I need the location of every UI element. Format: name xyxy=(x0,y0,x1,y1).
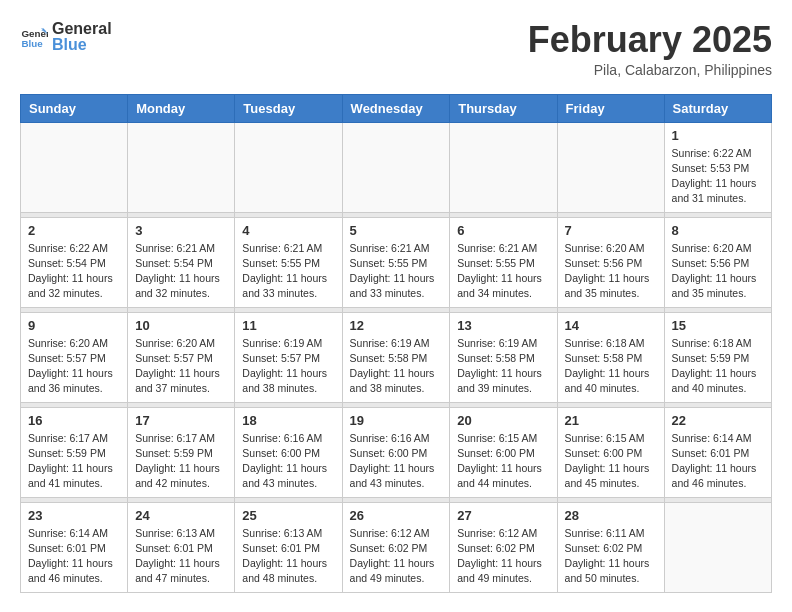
weekday-header-thursday: Thursday xyxy=(450,94,557,122)
day-info: Sunrise: 6:15 AM Sunset: 6:00 PM Dayligh… xyxy=(565,431,657,492)
day-number: 2 xyxy=(28,223,120,238)
calendar-cell: 15Sunrise: 6:18 AM Sunset: 5:59 PM Dayli… xyxy=(664,312,771,402)
calendar-cell: 21Sunrise: 6:15 AM Sunset: 6:00 PM Dayli… xyxy=(557,407,664,497)
calendar-cell: 7Sunrise: 6:20 AM Sunset: 5:56 PM Daylig… xyxy=(557,217,664,307)
day-number: 14 xyxy=(565,318,657,333)
day-number: 13 xyxy=(457,318,549,333)
day-number: 28 xyxy=(565,508,657,523)
calendar-cell: 28Sunrise: 6:11 AM Sunset: 6:02 PM Dayli… xyxy=(557,502,664,592)
calendar-cell: 4Sunrise: 6:21 AM Sunset: 5:55 PM Daylig… xyxy=(235,217,342,307)
day-info: Sunrise: 6:19 AM Sunset: 5:57 PM Dayligh… xyxy=(242,336,334,397)
day-number: 23 xyxy=(28,508,120,523)
calendar-cell: 3Sunrise: 6:21 AM Sunset: 5:54 PM Daylig… xyxy=(128,217,235,307)
day-number: 18 xyxy=(242,413,334,428)
day-number: 6 xyxy=(457,223,549,238)
day-info: Sunrise: 6:19 AM Sunset: 5:58 PM Dayligh… xyxy=(457,336,549,397)
calendar-week-row: 2Sunrise: 6:22 AM Sunset: 5:54 PM Daylig… xyxy=(21,217,772,307)
day-info: Sunrise: 6:17 AM Sunset: 5:59 PM Dayligh… xyxy=(135,431,227,492)
calendar-cell xyxy=(664,502,771,592)
day-number: 7 xyxy=(565,223,657,238)
logo-blue: Blue xyxy=(52,36,112,54)
day-number: 3 xyxy=(135,223,227,238)
page-header: General Blue General Blue February 2025 … xyxy=(20,20,772,78)
day-info: Sunrise: 6:14 AM Sunset: 6:01 PM Dayligh… xyxy=(672,431,764,492)
weekday-header-wednesday: Wednesday xyxy=(342,94,450,122)
calendar-cell: 22Sunrise: 6:14 AM Sunset: 6:01 PM Dayli… xyxy=(664,407,771,497)
calendar-cell: 8Sunrise: 6:20 AM Sunset: 5:56 PM Daylig… xyxy=(664,217,771,307)
day-number: 10 xyxy=(135,318,227,333)
day-info: Sunrise: 6:21 AM Sunset: 5:55 PM Dayligh… xyxy=(242,241,334,302)
weekday-header-tuesday: Tuesday xyxy=(235,94,342,122)
day-number: 5 xyxy=(350,223,443,238)
day-info: Sunrise: 6:21 AM Sunset: 5:55 PM Dayligh… xyxy=(350,241,443,302)
logo-icon: General Blue xyxy=(20,23,48,51)
calendar-week-row: 9Sunrise: 6:20 AM Sunset: 5:57 PM Daylig… xyxy=(21,312,772,402)
day-number: 4 xyxy=(242,223,334,238)
calendar-cell: 25Sunrise: 6:13 AM Sunset: 6:01 PM Dayli… xyxy=(235,502,342,592)
day-info: Sunrise: 6:20 AM Sunset: 5:57 PM Dayligh… xyxy=(135,336,227,397)
calendar-cell: 20Sunrise: 6:15 AM Sunset: 6:00 PM Dayli… xyxy=(450,407,557,497)
day-number: 19 xyxy=(350,413,443,428)
calendar-cell: 12Sunrise: 6:19 AM Sunset: 5:58 PM Dayli… xyxy=(342,312,450,402)
calendar-cell: 2Sunrise: 6:22 AM Sunset: 5:54 PM Daylig… xyxy=(21,217,128,307)
day-info: Sunrise: 6:12 AM Sunset: 6:02 PM Dayligh… xyxy=(457,526,549,587)
calendar-cell xyxy=(342,122,450,212)
day-number: 17 xyxy=(135,413,227,428)
day-info: Sunrise: 6:20 AM Sunset: 5:56 PM Dayligh… xyxy=(672,241,764,302)
day-number: 25 xyxy=(242,508,334,523)
day-number: 21 xyxy=(565,413,657,428)
day-info: Sunrise: 6:21 AM Sunset: 5:54 PM Dayligh… xyxy=(135,241,227,302)
day-info: Sunrise: 6:22 AM Sunset: 5:53 PM Dayligh… xyxy=(672,146,764,207)
calendar-week-row: 1Sunrise: 6:22 AM Sunset: 5:53 PM Daylig… xyxy=(21,122,772,212)
day-number: 9 xyxy=(28,318,120,333)
calendar-cell: 11Sunrise: 6:19 AM Sunset: 5:57 PM Dayli… xyxy=(235,312,342,402)
day-info: Sunrise: 6:13 AM Sunset: 6:01 PM Dayligh… xyxy=(135,526,227,587)
calendar-cell: 10Sunrise: 6:20 AM Sunset: 5:57 PM Dayli… xyxy=(128,312,235,402)
calendar-cell xyxy=(235,122,342,212)
day-info: Sunrise: 6:22 AM Sunset: 5:54 PM Dayligh… xyxy=(28,241,120,302)
day-info: Sunrise: 6:15 AM Sunset: 6:00 PM Dayligh… xyxy=(457,431,549,492)
calendar-cell: 19Sunrise: 6:16 AM Sunset: 6:00 PM Dayli… xyxy=(342,407,450,497)
calendar-cell: 1Sunrise: 6:22 AM Sunset: 5:53 PM Daylig… xyxy=(664,122,771,212)
day-number: 16 xyxy=(28,413,120,428)
day-number: 27 xyxy=(457,508,549,523)
day-number: 1 xyxy=(672,128,764,143)
day-info: Sunrise: 6:16 AM Sunset: 6:00 PM Dayligh… xyxy=(242,431,334,492)
day-number: 26 xyxy=(350,508,443,523)
logo-general: General xyxy=(52,20,112,38)
location-title: Pila, Calabarzon, Philippines xyxy=(528,62,772,78)
month-title: February 2025 xyxy=(528,20,772,60)
calendar-week-row: 16Sunrise: 6:17 AM Sunset: 5:59 PM Dayli… xyxy=(21,407,772,497)
calendar-week-row: 23Sunrise: 6:14 AM Sunset: 6:01 PM Dayli… xyxy=(21,502,772,592)
day-info: Sunrise: 6:11 AM Sunset: 6:02 PM Dayligh… xyxy=(565,526,657,587)
day-info: Sunrise: 6:19 AM Sunset: 5:58 PM Dayligh… xyxy=(350,336,443,397)
calendar-cell: 9Sunrise: 6:20 AM Sunset: 5:57 PM Daylig… xyxy=(21,312,128,402)
day-number: 8 xyxy=(672,223,764,238)
calendar-cell: 18Sunrise: 6:16 AM Sunset: 6:00 PM Dayli… xyxy=(235,407,342,497)
calendar-cell: 5Sunrise: 6:21 AM Sunset: 5:55 PM Daylig… xyxy=(342,217,450,307)
calendar-cell xyxy=(21,122,128,212)
day-info: Sunrise: 6:13 AM Sunset: 6:01 PM Dayligh… xyxy=(242,526,334,587)
day-number: 11 xyxy=(242,318,334,333)
logo: General Blue General Blue xyxy=(20,20,112,53)
calendar-cell: 27Sunrise: 6:12 AM Sunset: 6:02 PM Dayli… xyxy=(450,502,557,592)
day-info: Sunrise: 6:21 AM Sunset: 5:55 PM Dayligh… xyxy=(457,241,549,302)
calendar-cell: 23Sunrise: 6:14 AM Sunset: 6:01 PM Dayli… xyxy=(21,502,128,592)
day-info: Sunrise: 6:20 AM Sunset: 5:57 PM Dayligh… xyxy=(28,336,120,397)
day-info: Sunrise: 6:17 AM Sunset: 5:59 PM Dayligh… xyxy=(28,431,120,492)
calendar-cell: 24Sunrise: 6:13 AM Sunset: 6:01 PM Dayli… xyxy=(128,502,235,592)
day-info: Sunrise: 6:14 AM Sunset: 6:01 PM Dayligh… xyxy=(28,526,120,587)
title-block: February 2025 Pila, Calabarzon, Philippi… xyxy=(528,20,772,78)
day-info: Sunrise: 6:12 AM Sunset: 6:02 PM Dayligh… xyxy=(350,526,443,587)
day-info: Sunrise: 6:20 AM Sunset: 5:56 PM Dayligh… xyxy=(565,241,657,302)
calendar-cell: 26Sunrise: 6:12 AM Sunset: 6:02 PM Dayli… xyxy=(342,502,450,592)
weekday-header-friday: Friday xyxy=(557,94,664,122)
calendar-cell: 13Sunrise: 6:19 AM Sunset: 5:58 PM Dayli… xyxy=(450,312,557,402)
weekday-header-monday: Monday xyxy=(128,94,235,122)
calendar-cell xyxy=(557,122,664,212)
day-info: Sunrise: 6:18 AM Sunset: 5:58 PM Dayligh… xyxy=(565,336,657,397)
calendar-body: 1Sunrise: 6:22 AM Sunset: 5:53 PM Daylig… xyxy=(21,122,772,592)
calendar-table: SundayMondayTuesdayWednesdayThursdayFrid… xyxy=(20,94,772,593)
weekday-header-saturday: Saturday xyxy=(664,94,771,122)
day-info: Sunrise: 6:18 AM Sunset: 5:59 PM Dayligh… xyxy=(672,336,764,397)
